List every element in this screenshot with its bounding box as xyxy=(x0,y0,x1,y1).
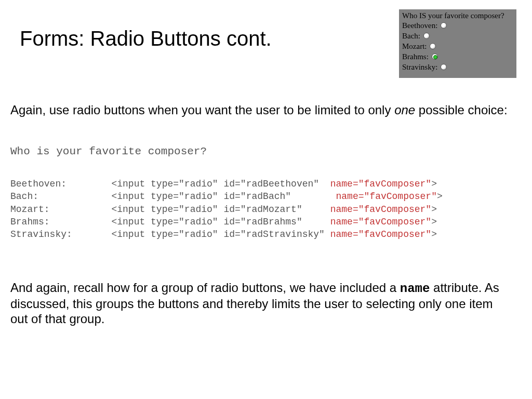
preview-label: Bach: xyxy=(402,32,420,41)
radio-bach[interactable] xyxy=(423,33,430,39)
intro-em: one xyxy=(394,103,415,117)
code-block: Beethoven: <input type="radio" id="radBe… xyxy=(10,178,443,241)
outro-text: And again, recall how for a group of rad… xyxy=(10,281,509,326)
outro-mono: name xyxy=(400,282,430,296)
preview-row: Bach: xyxy=(402,31,513,41)
form-preview: Who IS your favorite composer? Beethoven… xyxy=(399,9,516,78)
preview-label: Mozart: xyxy=(402,42,427,51)
outro-before: And again, recall how for a group of rad… xyxy=(10,281,400,295)
preview-label: Brahms: xyxy=(402,52,429,61)
intro-before: Again, use radio buttons when you want t… xyxy=(10,103,394,117)
preview-row: Brahms: xyxy=(402,51,513,62)
intro-after: possible choice: xyxy=(415,103,507,117)
radio-mozart[interactable] xyxy=(430,43,436,49)
radio-stravinsky[interactable] xyxy=(441,64,447,70)
preview-question: Who IS your favorite composer? xyxy=(402,11,513,20)
preview-label: Beethoven: xyxy=(402,21,437,30)
slide: Forms: Radio Buttons cont. Who IS your f… xyxy=(0,0,532,399)
preview-row: Beethoven: xyxy=(402,20,513,31)
code-question: Who is your favorite composer? xyxy=(10,145,207,157)
radio-beethoven[interactable] xyxy=(441,22,447,29)
slide-title: Forms: Radio Buttons cont. xyxy=(20,27,272,50)
preview-label: Stravinsky: xyxy=(402,63,437,72)
preview-row: Mozart: xyxy=(402,41,513,51)
radio-brahms[interactable] xyxy=(432,54,438,60)
preview-row: Stravinsky: xyxy=(402,62,513,72)
intro-text: Again, use radio buttons when you want t… xyxy=(10,103,509,117)
